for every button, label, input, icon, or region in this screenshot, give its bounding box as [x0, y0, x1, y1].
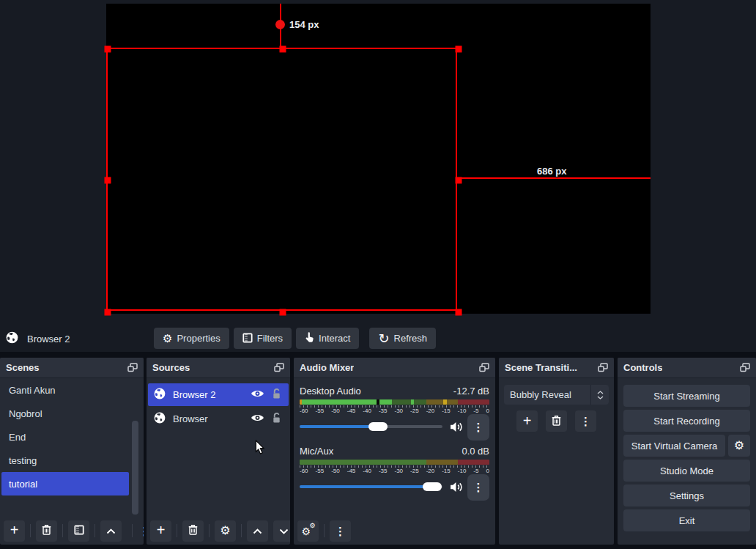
mixer-body: Desktop Audio -12.7 dB -60-55-50-45-40-3…	[300, 378, 489, 495]
add-transition-button[interactable]: +	[516, 410, 538, 432]
dock-area: Scenes Ganti Akun Ngobrol End testing tu…	[0, 352, 756, 549]
start-streaming-button[interactable]: Start Streaming	[623, 385, 750, 407]
interact-hand-icon	[305, 332, 314, 344]
scene-item-selected[interactable]: tutorial	[1, 472, 129, 495]
channel-level: 0.0 dB	[462, 446, 489, 458]
chevron-up-icon	[253, 526, 262, 537]
add-scene-button[interactable]: +	[4, 520, 25, 542]
scenes-scrollbar[interactable]	[132, 421, 138, 515]
visibility-eye-icon[interactable]	[251, 389, 264, 400]
volume-slider[interactable]	[300, 419, 442, 435]
popout-icon[interactable]	[479, 363, 489, 372]
select-spinner[interactable]	[590, 385, 609, 405]
remove-scene-button[interactable]	[36, 520, 57, 542]
resize-handle-bottom-left[interactable]	[105, 309, 111, 316]
sources-header: Sources	[147, 358, 290, 378]
volume-meter	[300, 399, 489, 405]
trash-icon	[188, 524, 198, 537]
scene-transitions-header: Scene Transiti...	[499, 358, 614, 378]
scenes-toolbar: + ⋮	[4, 520, 140, 542]
chevron-up-icon	[597, 391, 604, 394]
distance-label-horizontal: 686 px	[537, 166, 566, 177]
virtual-camera-settings-button[interactable]: ⚙	[728, 435, 750, 457]
meter-scale: -60-55-50-45-40-35-30-25-20-15-10-50	[300, 468, 489, 475]
plus-icon: +	[10, 523, 19, 537]
studio-mode-button[interactable]: Studio Mode	[623, 460, 750, 482]
controls-panel: Controls Start Streaming Start Recording…	[618, 358, 756, 545]
distance-line-horizontal	[457, 177, 651, 179]
remove-source-button[interactable]	[182, 520, 204, 542]
popout-icon[interactable]	[274, 363, 284, 372]
source-row[interactable]: Browser	[148, 408, 289, 430]
move-source-up-button[interactable]	[247, 520, 268, 542]
kebab-icon: ⋮	[473, 481, 484, 493]
start-recording-button[interactable]: Start Recording	[623, 410, 750, 432]
speaker-icon[interactable]	[450, 421, 464, 432]
mixer-menu-button[interactable]: ⋮	[330, 520, 351, 542]
interact-button[interactable]: Interact	[296, 328, 359, 349]
audio-mixer-header: Audio Mixer	[294, 358, 495, 378]
transition-menu-button[interactable]: ⋮	[575, 410, 596, 432]
filters-button[interactable]: Filters	[234, 328, 292, 349]
popout-icon[interactable]	[598, 363, 608, 372]
kebab-icon: ⋮	[139, 526, 144, 537]
scene-item[interactable]: testing	[0, 449, 144, 472]
scene-item[interactable]: Ganti Akun	[0, 378, 144, 402]
resize-handle-bottom-center[interactable]	[280, 309, 286, 316]
resize-handle-top-left[interactable]	[105, 46, 111, 53]
volume-slider[interactable]	[300, 479, 442, 495]
exit-button[interactable]: Exit	[623, 509, 750, 531]
resize-handle-middle-right[interactable]	[456, 177, 462, 184]
lock-open-icon[interactable]	[272, 413, 281, 426]
start-virtual-camera-button[interactable]: Start Virtual Camera	[623, 435, 725, 457]
scene-item[interactable]: End	[0, 425, 144, 449]
add-source-button[interactable]: +	[150, 520, 171, 542]
chevron-down-icon	[279, 526, 289, 537]
scene-transitions-panel: Scene Transiti... Bubbly Reveal + ⋮	[499, 358, 614, 545]
move-source-down-button[interactable]	[273, 520, 290, 542]
scenes-menu-button[interactable]: ⋮	[138, 520, 144, 542]
transition-buttons: + ⋮	[499, 410, 614, 432]
refresh-button[interactable]: ↻ Refresh	[369, 328, 436, 349]
settings-button[interactable]: Settings	[623, 484, 750, 506]
resize-handle-top-right[interactable]	[456, 46, 462, 53]
gear-icon: ⚙	[734, 440, 744, 452]
source-name: Browser	[173, 413, 243, 424]
mixer-channel-desktop-audio: Desktop Audio -12.7 dB -60-55-50-45-40-3…	[300, 386, 489, 435]
gear-icon: ⚙	[163, 333, 172, 344]
volume-slider-thumb[interactable]	[423, 482, 442, 491]
plus-icon: +	[157, 523, 166, 537]
source-row-selected[interactable]: Browser 2	[148, 383, 289, 406]
channel-menu-button[interactable]: ⋮	[467, 474, 489, 501]
trash-icon	[42, 524, 51, 537]
source-selection-box[interactable]	[106, 48, 457, 311]
channel-name: Desktop Audio	[300, 386, 361, 398]
selected-source-indicator: Browser 2	[6, 328, 70, 350]
mixer-channel-mic-aux: Mic/Aux 0.0 dB -60-55-50-45-40-35-30-25-…	[300, 446, 489, 495]
resize-handle-middle-left[interactable]	[105, 177, 111, 184]
popout-icon[interactable]	[740, 363, 750, 372]
resize-handle-top-center[interactable]	[280, 46, 286, 53]
properties-button[interactable]: ⚙ Properties	[154, 328, 229, 349]
meter-scale: -60-55-50-45-40-35-30-25-20-15-10-50	[300, 408, 489, 415]
popout-icon[interactable]	[127, 363, 138, 372]
chevron-down-icon	[597, 396, 604, 399]
source-properties-button[interactable]: ⚙	[215, 520, 236, 542]
distance-label-vertical: 154 px	[289, 19, 319, 30]
transition-select[interactable]: Bubbly Reveal	[504, 385, 609, 405]
speaker-icon[interactable]	[450, 482, 464, 493]
channel-menu-button[interactable]: ⋮	[467, 414, 489, 441]
controls-header: Controls	[618, 358, 756, 378]
advanced-audio-button[interactable]: ⚙ ⚙	[297, 520, 319, 542]
lock-open-icon[interactable]	[272, 388, 281, 402]
resize-handle-bottom-right[interactable]	[456, 309, 462, 316]
volume-slider-thumb[interactable]	[368, 422, 388, 431]
visibility-eye-icon[interactable]	[251, 413, 264, 424]
scene-item[interactable]: Ngobrol	[0, 402, 144, 425]
move-scene-up-button[interactable]	[100, 520, 122, 542]
scene-filters-button[interactable]	[68, 520, 89, 542]
scenes-title: Scenes	[6, 362, 40, 373]
preview-area[interactable]: 154 px 686 px	[0, 0, 756, 325]
globe-icon	[154, 388, 166, 402]
remove-transition-button[interactable]	[546, 410, 567, 432]
